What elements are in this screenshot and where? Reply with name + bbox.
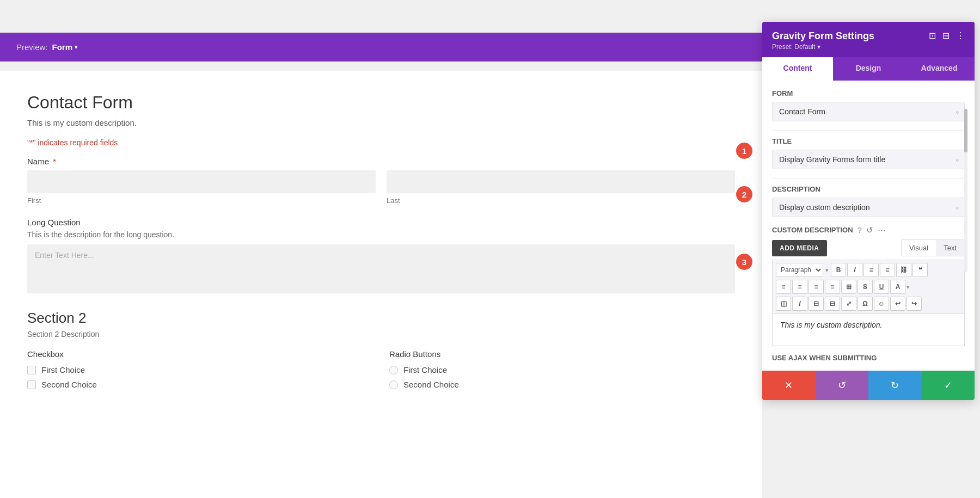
required-note: "*" indicates required fields bbox=[27, 138, 735, 147]
toolbar-redo2-button[interactable]: ↪ bbox=[906, 297, 922, 311]
desc-select[interactable]: Display custom description bbox=[772, 198, 965, 217]
toolbar-indent-button[interactable]: ⊟ bbox=[808, 297, 824, 311]
toolbar-emoji-button[interactable]: ☺ bbox=[874, 297, 889, 311]
toolbar-font-color-button[interactable]: A bbox=[890, 280, 905, 294]
checkbox-choice-1: First Choice bbox=[27, 365, 373, 374]
radio-label: Radio Buttons bbox=[389, 349, 735, 359]
tab-advanced[interactable]: Advanced bbox=[904, 57, 975, 81]
section2-heading: Section 2 bbox=[27, 310, 735, 327]
preview-value[interactable]: Form ▾ bbox=[52, 42, 78, 52]
font-color-arrow-icon: ▾ bbox=[906, 284, 909, 290]
toolbar-undo2-button[interactable]: ↩ bbox=[890, 297, 905, 311]
toolbar-special-char-button[interactable]: Ω bbox=[857, 297, 873, 311]
toolbar-bold-button[interactable]: B bbox=[831, 263, 846, 277]
settings-panel: Gravity Form Settings Preset: Default ▾ … bbox=[762, 22, 975, 400]
toolbar-align-right-button[interactable]: ≡ bbox=[808, 280, 824, 294]
toolbar-outdent-button[interactable]: ⊟ bbox=[825, 297, 840, 311]
toolbar-ordered-list-button[interactable]: ≡ bbox=[880, 263, 895, 277]
custom-desc-more-button[interactable]: ⋯ bbox=[878, 226, 886, 234]
tab-content[interactable]: Content bbox=[762, 57, 833, 81]
desc-select-wrapper: Display custom description ⬦ bbox=[772, 198, 965, 217]
desc-section-label: Description bbox=[772, 185, 965, 193]
long-question-label: Long Question bbox=[27, 218, 735, 227]
radio-choice-1: First Choice bbox=[389, 365, 735, 374]
toolbar-paste-button[interactable]: ◫ bbox=[776, 297, 791, 311]
checkbox-label: Checkbox bbox=[27, 349, 373, 359]
first-name-input[interactable] bbox=[27, 170, 376, 193]
preview-label: Preview: bbox=[16, 42, 48, 52]
first-name-label: First bbox=[27, 196, 376, 205]
toolbar-italic-button[interactable]: I bbox=[847, 263, 862, 277]
tab-design[interactable]: Design bbox=[833, 57, 904, 81]
undo-button[interactable]: ↺ bbox=[816, 371, 869, 400]
cancel-button[interactable]: ✕ bbox=[762, 371, 816, 400]
long-question-desc: This is the description for the long que… bbox=[27, 230, 735, 239]
title-select-wrapper: Display Gravity Forms form title ⬦ bbox=[772, 150, 965, 169]
panel-icon-layout[interactable]: ⊟ bbox=[942, 30, 950, 41]
editor-tab-visual[interactable]: Visual bbox=[902, 240, 936, 256]
ajax-label: Use Ajax When Submitting bbox=[772, 354, 965, 362]
radio-choice-2: Second Choice bbox=[389, 380, 735, 389]
divider-1 bbox=[772, 130, 965, 131]
radio-circle-1[interactable] bbox=[389, 366, 398, 374]
form-select[interactable]: Contact Form bbox=[772, 102, 965, 121]
editor-content[interactable]: This is my custom description. bbox=[772, 313, 965, 346]
editor-tab-text[interactable]: Text bbox=[936, 240, 964, 256]
toolbar-unordered-list-button[interactable]: ≡ bbox=[863, 263, 879, 277]
checkbox-col: Checkbox First Choice Second Choice bbox=[27, 349, 373, 395]
save-button[interactable]: ✓ bbox=[922, 371, 975, 400]
panel-footer: ✕ ↺ ↻ ✓ bbox=[762, 371, 975, 400]
paragraph-chevron-icon: ▾ bbox=[824, 267, 830, 274]
toolbar-align-center-button[interactable]: ≡ bbox=[792, 280, 807, 294]
panel-header-icons: ⊡ ⊟ ⋮ bbox=[929, 30, 965, 41]
toolbar-strikethrough-button[interactable]: S bbox=[857, 280, 873, 294]
custom-desc-header: Custom Description ? ↺ ⋯ bbox=[772, 226, 965, 234]
title-section-label: Title bbox=[772, 137, 965, 145]
add-media-button[interactable]: ADD MEDIA bbox=[772, 240, 827, 256]
last-name-label: Last bbox=[387, 196, 735, 205]
name-inputs-row bbox=[27, 170, 735, 193]
toolbar-table-button[interactable]: ⊞ bbox=[841, 280, 856, 294]
editor-toolbar-top: ADD MEDIA Visual Text bbox=[772, 239, 965, 256]
name-field-label: Name * bbox=[27, 157, 735, 166]
last-name-input[interactable] bbox=[387, 170, 735, 193]
form-description-text: This is my custom description. bbox=[27, 118, 735, 127]
toolbar-fullscreen-button[interactable]: ⤢ bbox=[841, 297, 856, 311]
required-star: * bbox=[53, 157, 56, 166]
long-question-textarea[interactable]: Enter Text Here... bbox=[27, 244, 735, 293]
radio-circle-2[interactable] bbox=[389, 380, 398, 389]
toolbar-row-3: ◫ I ⊟ ⊟ ⤢ Ω ☺ ↩ ↪ bbox=[776, 297, 961, 311]
panel-icon-fullscreen[interactable]: ⊡ bbox=[929, 30, 936, 41]
toolbar-row-2: ≡ ≡ ≡ ≡ ⊞ S U A ▾ bbox=[776, 280, 961, 294]
paragraph-select[interactable]: Paragraph bbox=[776, 263, 823, 277]
custom-desc-help-button[interactable]: ? bbox=[857, 226, 862, 234]
divider-2 bbox=[772, 178, 965, 179]
toolbar-row-1: Paragraph ▾ B I ≡ ≡ ⛓ ❝ bbox=[776, 263, 961, 277]
panel-title: Gravity Form Settings bbox=[772, 30, 874, 42]
radio-col: Radio Buttons First Choice Second Choice bbox=[389, 349, 735, 395]
form-section-label: Form bbox=[772, 89, 965, 97]
panel-subtitle: Preset: Default ▾ bbox=[772, 43, 874, 51]
toolbar-justify-button[interactable]: ≡ bbox=[825, 280, 840, 294]
section2-description: Section 2 Description bbox=[27, 330, 735, 339]
toolbar-blockquote-button[interactable]: ❝ bbox=[912, 263, 928, 277]
toolbar-underline-button[interactable]: U bbox=[874, 280, 889, 294]
scroll-thumb[interactable] bbox=[964, 109, 967, 152]
scroll-track bbox=[964, 109, 967, 272]
redo-button[interactable]: ↻ bbox=[868, 371, 922, 400]
toolbar-link-button[interactable]: ⛓ bbox=[896, 263, 911, 277]
preview-chevron-icon: ▾ bbox=[75, 44, 77, 50]
title-select[interactable]: Display Gravity Forms form title bbox=[772, 150, 965, 169]
panel-icon-more[interactable]: ⋮ bbox=[956, 30, 965, 41]
checkbox-box-1[interactable] bbox=[27, 366, 36, 374]
step-badge-1: 1 bbox=[736, 143, 752, 159]
custom-desc-undo-button[interactable]: ↺ bbox=[866, 226, 873, 234]
custom-desc-title: Custom Description bbox=[772, 226, 853, 234]
panel-tabs: Content Design Advanced bbox=[762, 57, 975, 81]
step-badge-3: 3 bbox=[736, 254, 752, 270]
toolbar-italic2-button[interactable]: I bbox=[792, 297, 807, 311]
step-badge-2: 2 bbox=[736, 186, 752, 202]
checkbox-box-2[interactable] bbox=[27, 380, 36, 389]
toolbar-align-left-button[interactable]: ≡ bbox=[776, 280, 791, 294]
form-select-wrapper: Contact Form ⬦ bbox=[772, 102, 965, 121]
